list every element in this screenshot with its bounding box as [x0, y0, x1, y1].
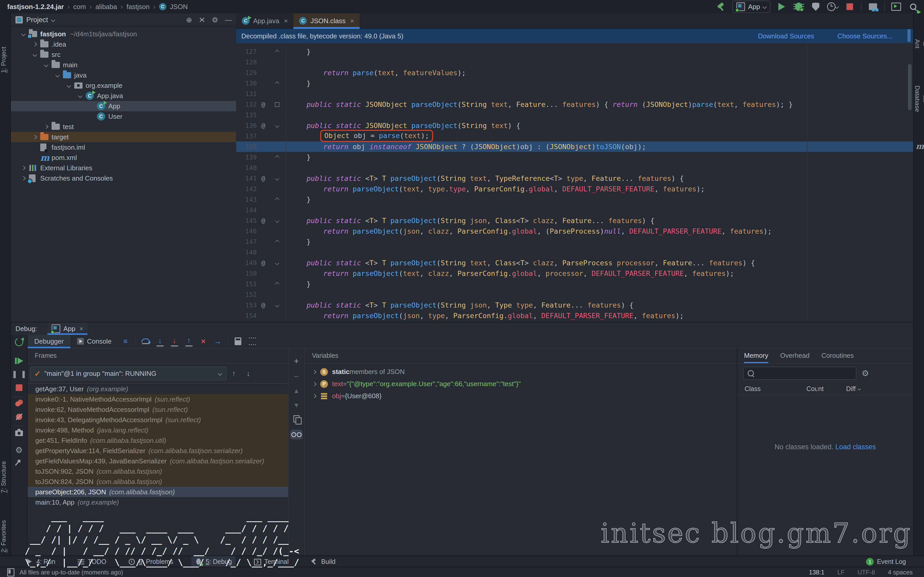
evaluate-expression-button[interactable]	[231, 335, 245, 348]
code-line[interactable]: 132@ public static JSONObject parseObjec…	[236, 99, 913, 110]
code-line[interactable]: 141@ public static <T> T parseObject(Str…	[236, 173, 913, 184]
file-encoding[interactable]: UTF-8	[858, 569, 875, 576]
code-line[interactable]: 131	[236, 89, 913, 99]
code-line[interactable]: 130 }	[236, 78, 913, 89]
tree-item[interactable]: target	[11, 132, 236, 142]
code-line[interactable]: 150 return parseObject(text, clazz, Pars…	[236, 268, 913, 279]
pause-button[interactable]	[11, 371, 27, 378]
fold-icon[interactable]	[270, 102, 284, 107]
toolwindow-stripe-ant[interactable]: Ant	[914, 39, 924, 48]
memory-search-input[interactable]	[743, 367, 856, 380]
breadcrumb-item[interactable]: fastjson	[127, 3, 150, 11]
fold-icon[interactable]	[270, 124, 284, 127]
toolwindow-button-problems[interactable]: 6: Problems	[124, 556, 177, 567]
event-log-button[interactable]: 1 Event Log	[866, 558, 906, 566]
breadcrumb-item[interactable]: JSON	[170, 3, 188, 11]
code-line[interactable]: 145@ public static <T> T parseObject(Str…	[236, 215, 913, 226]
tree-item[interactable]: CApp.java	[11, 91, 236, 101]
breadcrumb-item[interactable]: alibaba	[95, 3, 117, 11]
toolwindow-button-debug[interactable]: 5: Debug	[191, 556, 235, 567]
tree-item[interactable]: CUser	[11, 111, 236, 122]
trace-settings-button[interactable]	[245, 335, 260, 348]
build-hammer-button[interactable]	[715, 1, 727, 12]
frame-row[interactable]: getAge:37, User(org.example)	[27, 384, 288, 394]
code-line[interactable]: 148	[236, 247, 913, 258]
debug-settings-button[interactable]: ⚙	[11, 445, 27, 455]
toolwindow-button-todo[interactable]: TODO	[73, 556, 110, 567]
view-breakpoints-button[interactable]	[11, 401, 27, 406]
close-icon[interactable]: ×	[79, 325, 83, 333]
tree-item[interactable]: CApp	[11, 101, 236, 111]
run-to-cursor-button[interactable]: →	[211, 335, 225, 348]
thread-selector[interactable]: ✓ "main"@1 in group "main": RUNNING	[30, 367, 227, 380]
fold-icon[interactable]	[270, 177, 284, 180]
notification-link[interactable]: Choose Sources...	[837, 32, 893, 40]
toolwindow-stripe-favorites[interactable]: 2: Favorites	[0, 511, 10, 562]
code-line[interactable]: 135	[236, 110, 913, 120]
code-line[interactable]: 140	[236, 163, 913, 173]
chevron-right-icon[interactable]	[309, 382, 320, 385]
frame-row[interactable]: toJSON:902, JSON(com.alibaba.fastjson)	[27, 466, 288, 477]
run-anything-button[interactable]	[890, 1, 902, 12]
tree-chevron-icon[interactable]	[29, 135, 40, 139]
stop-button[interactable]	[844, 1, 855, 12]
toolwindow-button-build[interactable]: Build	[307, 556, 339, 567]
toolwindow-stripe-project[interactable]: 1: Project	[0, 39, 10, 81]
step-into-button[interactable]: ↓	[153, 335, 167, 348]
load-classes-link[interactable]: Load classes	[835, 443, 876, 451]
tab-console[interactable]: Console	[70, 335, 118, 348]
frame-row[interactable]: invoke:62, NativeMethodAccessorImpl(sun.…	[27, 405, 288, 415]
close-icon[interactable]: ×	[350, 17, 354, 25]
code-line[interactable]: 144	[236, 205, 913, 215]
toolwindow-button-run[interactable]: 4: Run	[22, 556, 59, 567]
run-button[interactable]	[776, 1, 787, 12]
tree-chevron-icon[interactable]	[63, 84, 74, 87]
tree-chevron-icon[interactable]	[75, 94, 86, 97]
tab-coroutines[interactable]: Coroutines	[821, 351, 854, 363]
chevron-right-icon[interactable]	[309, 371, 320, 374]
frame-row[interactable]: toJSON:824, JSON(com.alibaba.fastjson)	[27, 477, 288, 487]
hide-panel-button[interactable]: —	[225, 16, 232, 24]
tree-item[interactable]: fastjson~/d4m1ts/java/fastjson	[11, 29, 236, 39]
tree-chevron-icon[interactable]	[41, 125, 52, 128]
code-editor[interactable]: 127 }128129 return parse(text, featureVa…	[236, 43, 913, 321]
tree-item[interactable]: main	[11, 60, 236, 70]
code-line[interactable]: 149@ public static <T> T parseObject(Str…	[236, 258, 913, 268]
tab-memory[interactable]: Memory	[744, 351, 768, 363]
rerun-button[interactable]	[11, 338, 27, 346]
caret-position[interactable]: 138:1	[809, 569, 824, 576]
tab-overhead[interactable]: Overhead	[780, 351, 809, 363]
tab-debugger[interactable]: Debugger	[27, 335, 70, 348]
force-step-into-button[interactable]: ↓	[167, 335, 182, 348]
code-line[interactable]: 151 }	[236, 279, 913, 289]
frame-row[interactable]: parseObject:206, JSON(com.alibaba.fastjs…	[27, 487, 288, 497]
toolwindow-stripe-database[interactable]: Database	[914, 85, 924, 112]
remove-watch-button[interactable]: −	[289, 371, 304, 382]
code-line[interactable]: 129 return parse(text, featureValues);	[236, 68, 913, 78]
pin-tab-button[interactable]	[11, 462, 27, 463]
fold-icon[interactable]	[270, 198, 284, 201]
code-line[interactable]: 127 }	[236, 47, 913, 57]
tree-item[interactable]: .idea	[11, 39, 236, 50]
toolwindow-button-terminal[interactable]: Terminal	[250, 556, 292, 567]
fold-icon[interactable]	[270, 82, 284, 85]
debug-session-tab[interactable]: App ×	[47, 322, 87, 335]
step-over-button[interactable]	[139, 335, 153, 348]
code-line[interactable]: 136@ public static JSONObject parseObjec…	[236, 120, 913, 131]
locate-file-button[interactable]: ⊕	[186, 16, 192, 24]
variable-row[interactable]: Ptext = "{"@type":"org.example.User","ag…	[305, 378, 737, 390]
code-line[interactable]: 147 }	[236, 237, 913, 247]
variable-row[interactable]: Sstatic members of JSON	[305, 366, 737, 378]
notification-link[interactable]: Download Sources	[758, 32, 814, 40]
fold-icon[interactable]	[270, 156, 284, 159]
fold-icon[interactable]	[270, 282, 284, 286]
project-structure-button[interactable]	[867, 1, 879, 12]
tree-item[interactable]: Scratches and Consoles	[11, 173, 236, 184]
next-frame-button[interactable]: ↓	[241, 369, 255, 378]
indent-style[interactable]: 4 spaces	[888, 569, 913, 576]
move-down-button[interactable]: ▼	[289, 401, 304, 409]
frame-row[interactable]: invoke0:-1, NativeMethodAccessorImpl(sun…	[27, 394, 288, 405]
fold-icon[interactable]	[270, 261, 284, 264]
code-line[interactable]: 143 }	[236, 194, 913, 205]
tree-item[interactable]: External Libraries	[11, 163, 236, 173]
